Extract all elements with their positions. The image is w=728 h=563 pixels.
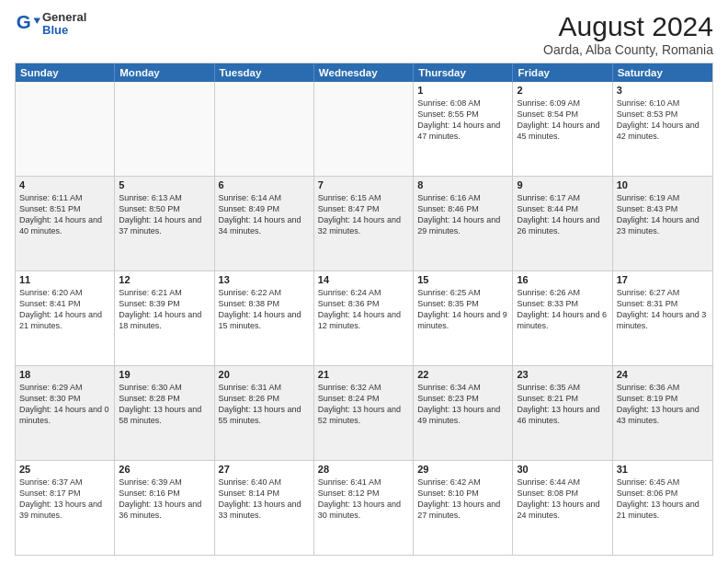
main-title: August 2024 <box>543 11 713 42</box>
day-info: Sunrise: 6:32 AM Sunset: 8:24 PM Dayligh… <box>318 382 409 427</box>
calendar-cell: 8Sunrise: 6:16 AM Sunset: 8:46 PM Daylig… <box>414 177 513 270</box>
day-info: Sunrise: 6:45 AM Sunset: 8:06 PM Dayligh… <box>617 477 709 522</box>
day-info: Sunrise: 6:26 AM Sunset: 8:33 PM Dayligh… <box>517 287 608 332</box>
day-info: Sunrise: 6:15 AM Sunset: 8:47 PM Dayligh… <box>318 192 409 237</box>
calendar-cell: 28Sunrise: 6:41 AM Sunset: 8:12 PM Dayli… <box>314 461 414 555</box>
weekday-header-sunday: Sunday <box>16 63 115 82</box>
day-info: Sunrise: 6:41 AM Sunset: 8:12 PM Dayligh… <box>318 477 409 522</box>
calendar-cell: 5Sunrise: 6:13 AM Sunset: 8:50 PM Daylig… <box>115 177 214 270</box>
day-number: 14 <box>318 274 409 285</box>
calendar-cell: 15Sunrise: 6:25 AM Sunset: 8:35 PM Dayli… <box>414 271 513 365</box>
calendar-cell: 16Sunrise: 6:26 AM Sunset: 8:33 PM Dayli… <box>513 271 612 365</box>
day-info: Sunrise: 6:16 AM Sunset: 8:46 PM Dayligh… <box>417 192 508 237</box>
calendar-cell: 27Sunrise: 6:40 AM Sunset: 8:14 PM Dayli… <box>215 461 314 555</box>
weekday-header-thursday: Thursday <box>414 63 513 82</box>
calendar-cell: 25Sunrise: 6:37 AM Sunset: 8:17 PM Dayli… <box>16 461 115 555</box>
subtitle: Oarda, Alba County, Romania <box>543 42 713 57</box>
calendar-cell: 14Sunrise: 6:24 AM Sunset: 8:36 PM Dayli… <box>314 271 414 365</box>
day-info: Sunrise: 6:20 AM Sunset: 8:41 PM Dayligh… <box>19 287 110 332</box>
day-number: 7 <box>318 179 409 190</box>
calendar-cell: 30Sunrise: 6:44 AM Sunset: 8:08 PM Dayli… <box>513 461 612 555</box>
day-number: 3 <box>617 85 709 96</box>
calendar-row-5: 25Sunrise: 6:37 AM Sunset: 8:17 PM Dayli… <box>16 460 712 555</box>
day-number: 27 <box>219 464 310 475</box>
weekday-header-saturday: Saturday <box>613 63 712 82</box>
calendar-cell: 20Sunrise: 6:31 AM Sunset: 8:26 PM Dayli… <box>215 366 314 460</box>
day-number: 22 <box>417 369 508 380</box>
day-number: 9 <box>517 179 608 190</box>
day-info: Sunrise: 6:35 AM Sunset: 8:21 PM Dayligh… <box>517 382 608 427</box>
day-number: 12 <box>119 274 210 285</box>
page: G General Blue August 2024 Oarda, Alba C… <box>0 0 728 563</box>
calendar-cell: 22Sunrise: 6:34 AM Sunset: 8:23 PM Dayli… <box>414 366 513 460</box>
day-info: Sunrise: 6:17 AM Sunset: 8:44 PM Dayligh… <box>517 192 608 237</box>
day-number: 15 <box>417 274 508 285</box>
day-info: Sunrise: 6:31 AM Sunset: 8:26 PM Dayligh… <box>219 382 310 427</box>
logo-blue: Blue <box>42 24 86 37</box>
calendar-cell: 19Sunrise: 6:30 AM Sunset: 8:28 PM Dayli… <box>115 366 214 460</box>
day-number: 2 <box>517 85 608 96</box>
day-number: 21 <box>318 369 409 380</box>
calendar: SundayMondayTuesdayWednesdayThursdayFrid… <box>15 63 713 556</box>
logo-general: General <box>42 11 86 24</box>
title-area: August 2024 Oarda, Alba County, Romania <box>543 11 713 57</box>
logo-text: General Blue <box>42 11 86 38</box>
day-info: Sunrise: 6:34 AM Sunset: 8:23 PM Dayligh… <box>417 382 508 427</box>
day-info: Sunrise: 6:40 AM Sunset: 8:14 PM Dayligh… <box>219 477 310 522</box>
day-number: 16 <box>517 274 608 285</box>
day-number: 28 <box>318 464 409 475</box>
calendar-cell: 17Sunrise: 6:27 AM Sunset: 8:31 PM Dayli… <box>613 271 712 365</box>
day-number: 29 <box>417 464 508 475</box>
day-info: Sunrise: 6:25 AM Sunset: 8:35 PM Dayligh… <box>417 287 508 332</box>
day-number: 23 <box>517 369 608 380</box>
day-info: Sunrise: 6:29 AM Sunset: 8:30 PM Dayligh… <box>19 382 110 427</box>
calendar-cell: 26Sunrise: 6:39 AM Sunset: 8:16 PM Dayli… <box>115 461 214 555</box>
day-number: 1 <box>417 85 508 96</box>
calendar-cell <box>16 82 115 176</box>
day-info: Sunrise: 6:14 AM Sunset: 8:49 PM Dayligh… <box>219 192 310 237</box>
calendar-row-2: 4Sunrise: 6:11 AM Sunset: 8:51 PM Daylig… <box>16 176 712 270</box>
calendar-cell: 12Sunrise: 6:21 AM Sunset: 8:39 PM Dayli… <box>115 271 214 365</box>
day-number: 10 <box>617 179 709 190</box>
logo-icon: G <box>15 11 40 37</box>
calendar-cell: 4Sunrise: 6:11 AM Sunset: 8:51 PM Daylig… <box>16 177 115 270</box>
day-info: Sunrise: 6:13 AM Sunset: 8:50 PM Dayligh… <box>119 192 210 237</box>
svg-marker-1 <box>34 18 40 25</box>
day-info: Sunrise: 6:09 AM Sunset: 8:54 PM Dayligh… <box>517 98 608 143</box>
day-number: 31 <box>617 464 709 475</box>
calendar-cell: 7Sunrise: 6:15 AM Sunset: 8:47 PM Daylig… <box>314 177 414 270</box>
day-number: 13 <box>219 274 310 285</box>
day-number: 5 <box>119 179 210 190</box>
day-number: 17 <box>617 274 709 285</box>
calendar-cell: 10Sunrise: 6:19 AM Sunset: 8:43 PM Dayli… <box>613 177 712 270</box>
day-number: 26 <box>119 464 210 475</box>
calendar-cell: 29Sunrise: 6:42 AM Sunset: 8:10 PM Dayli… <box>414 461 513 555</box>
day-number: 24 <box>617 369 709 380</box>
calendar-cell <box>215 82 314 176</box>
calendar-cell: 2Sunrise: 6:09 AM Sunset: 8:54 PM Daylig… <box>513 82 612 176</box>
weekday-header-friday: Friday <box>513 63 612 82</box>
logo: G General Blue <box>15 11 86 38</box>
calendar-cell: 18Sunrise: 6:29 AM Sunset: 8:30 PM Dayli… <box>16 366 115 460</box>
day-info: Sunrise: 6:39 AM Sunset: 8:16 PM Dayligh… <box>119 477 210 522</box>
calendar-cell: 13Sunrise: 6:22 AM Sunset: 8:38 PM Dayli… <box>215 271 314 365</box>
calendar-cell: 1Sunrise: 6:08 AM Sunset: 8:55 PM Daylig… <box>414 82 513 176</box>
day-number: 20 <box>219 369 310 380</box>
calendar-row-3: 11Sunrise: 6:20 AM Sunset: 8:41 PM Dayli… <box>16 270 712 365</box>
day-number: 25 <box>19 464 110 475</box>
calendar-cell: 24Sunrise: 6:36 AM Sunset: 8:19 PM Dayli… <box>613 366 712 460</box>
day-info: Sunrise: 6:11 AM Sunset: 8:51 PM Dayligh… <box>19 192 110 237</box>
day-number: 11 <box>19 274 110 285</box>
calendar-header: SundayMondayTuesdayWednesdayThursdayFrid… <box>16 63 712 82</box>
calendar-cell: 31Sunrise: 6:45 AM Sunset: 8:06 PM Dayli… <box>613 461 712 555</box>
header: G General Blue August 2024 Oarda, Alba C… <box>15 11 713 57</box>
day-number: 8 <box>417 179 508 190</box>
svg-text:G: G <box>17 11 31 32</box>
day-info: Sunrise: 6:44 AM Sunset: 8:08 PM Dayligh… <box>517 477 608 522</box>
day-info: Sunrise: 6:21 AM Sunset: 8:39 PM Dayligh… <box>119 287 210 332</box>
day-number: 6 <box>219 179 310 190</box>
day-info: Sunrise: 6:08 AM Sunset: 8:55 PM Dayligh… <box>417 98 508 143</box>
day-info: Sunrise: 6:30 AM Sunset: 8:28 PM Dayligh… <box>119 382 210 427</box>
day-number: 18 <box>19 369 110 380</box>
day-number: 30 <box>517 464 608 475</box>
